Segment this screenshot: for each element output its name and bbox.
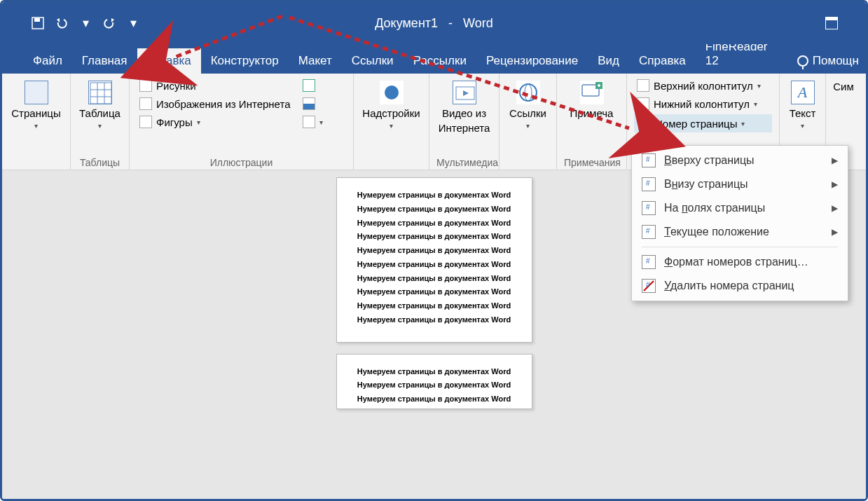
document-name: Документ1 bbox=[375, 16, 438, 30]
document-text-line: Нумеруем страницы в документах Word bbox=[351, 274, 518, 284]
group-links: Ссылки▾ bbox=[500, 74, 557, 170]
document-text-line: Нумеруем страницы в документах Word bbox=[351, 301, 518, 311]
submenu-arrow-icon: ▶ bbox=[832, 203, 838, 213]
tab-insert[interactable]: Вставка bbox=[137, 48, 201, 74]
chart-button[interactable] bbox=[300, 96, 326, 111]
group-media: Видео из Интернета Мультимедиа bbox=[429, 74, 500, 170]
smartart-icon bbox=[303, 79, 315, 92]
screenshot-icon bbox=[303, 116, 315, 128]
document-text-line: Нумеруем страницы в документах Word bbox=[351, 394, 518, 404]
screenshot-button[interactable]: ▾ bbox=[300, 114, 326, 130]
text-button[interactable]: A Текст▾ bbox=[787, 78, 818, 132]
document-text-line: Нумеруем страницы в документах Word bbox=[351, 205, 518, 214]
tab-help[interactable]: Справка bbox=[629, 48, 696, 74]
lightbulb-icon bbox=[797, 55, 808, 67]
online-pictures-icon bbox=[139, 97, 152, 110]
title-bar: ▾ ▾ Документ1 - Word bbox=[2, 2, 866, 44]
textbox-icon: A bbox=[791, 81, 815, 104]
submenu-arrow-icon: ▶ bbox=[832, 156, 838, 165]
chart-icon bbox=[303, 97, 315, 110]
group-pages: Страницы▾ bbox=[2, 74, 71, 170]
current-position-icon bbox=[642, 225, 656, 239]
document-text-line: Нумеруем страницы в документах Word bbox=[351, 380, 518, 390]
document-text-line: Нумеруем страницы в документах Word bbox=[351, 367, 518, 377]
document-text-line: Нумеруем страницы в документах Word bbox=[351, 315, 518, 325]
svg-rect-2 bbox=[90, 83, 111, 104]
document-page: Нумеруем страницы в документах WordНумер… bbox=[336, 177, 532, 343]
document-page: Нумеруем страницы в документах WordНумер… bbox=[336, 354, 532, 409]
header-icon bbox=[637, 79, 649, 92]
menu-page-margins[interactable]: На полях страницы ▶ bbox=[632, 196, 848, 220]
page-margins-icon bbox=[642, 201, 656, 215]
group-addins: Надстройки▾ bbox=[354, 74, 429, 170]
remove-numbers-icon bbox=[642, 279, 656, 293]
footer-icon bbox=[637, 97, 649, 110]
shapes-button[interactable]: Фигуры ▾ bbox=[137, 114, 293, 130]
bottom-of-page-icon bbox=[642, 177, 656, 191]
format-numbers-icon bbox=[642, 255, 656, 269]
top-of-page-icon bbox=[642, 153, 656, 167]
addins-button[interactable]: Надстройки▾ bbox=[361, 78, 422, 132]
tab-home[interactable]: Главная bbox=[72, 48, 137, 74]
document-text-line: Нумеруем страницы в документах Word bbox=[351, 287, 518, 297]
document-text-line: Нумеруем страницы в документах Word bbox=[351, 232, 518, 242]
menu-bottom-of-page[interactable]: Внизу страницы ▶ bbox=[632, 172, 848, 196]
menu-top-of-page[interactable]: Вверху страницы ▶ bbox=[632, 149, 848, 172]
page-number-menu: Вверху страницы ▶ Внизу страницы ▶ На по… bbox=[631, 145, 848, 301]
smartart-button[interactable] bbox=[300, 78, 326, 93]
menu-remove-page-numbers[interactable]: Удалить номера страниц bbox=[632, 274, 848, 298]
tab-layout[interactable]: Макет bbox=[289, 48, 342, 74]
menu-format-page-numbers[interactable]: Формат номеров страниц… bbox=[632, 250, 848, 274]
window-title: Документ1 - Word bbox=[375, 16, 493, 31]
tab-design[interactable]: Конструктор bbox=[201, 48, 289, 74]
tab-view[interactable]: Вид bbox=[588, 48, 629, 74]
document-text-line: Нумеруем страницы в документах Word bbox=[351, 219, 518, 228]
comment-button[interactable]: Примеча bbox=[564, 78, 619, 122]
table-button[interactable]: Таблица▾ bbox=[78, 78, 122, 132]
undo-dropdown-icon[interactable]: ▾ bbox=[78, 15, 93, 31]
document-text-line: Нумеруем страницы в документах Word bbox=[351, 260, 518, 270]
save-icon[interactable] bbox=[30, 15, 46, 31]
tell-me[interactable]: Помощн bbox=[790, 48, 866, 74]
picture-icon bbox=[139, 79, 152, 92]
online-video-button[interactable]: Видео из Интернета bbox=[436, 78, 492, 137]
tab-references[interactable]: Ссылки bbox=[342, 48, 404, 74]
shapes-icon bbox=[139, 116, 152, 128]
document-text-line: Нумеруем страницы в документах Word bbox=[351, 246, 518, 256]
document-text-line: Нумеруем страницы в документах Word bbox=[351, 191, 518, 200]
page-number-button[interactable]: Номер страницы ▾ bbox=[634, 114, 772, 132]
ribbon-tabs: Файл Главная Вставка Конструктор Макет С… bbox=[2, 44, 866, 74]
tab-mailings[interactable]: Рассылки bbox=[404, 48, 476, 74]
svg-line-15 bbox=[644, 281, 654, 291]
addins-icon bbox=[380, 81, 404, 104]
comment-icon bbox=[580, 81, 604, 104]
svg-point-10 bbox=[525, 84, 532, 101]
link-icon bbox=[516, 81, 540, 104]
tab-review[interactable]: Рецензирование bbox=[476, 48, 588, 74]
pages-button[interactable]: Страницы▾ bbox=[9, 78, 63, 132]
svg-point-7 bbox=[385, 85, 399, 99]
title-right bbox=[825, 17, 866, 29]
pictures-button[interactable]: Рисунки bbox=[137, 78, 293, 93]
app-name: Word bbox=[463, 16, 493, 30]
redo-icon[interactable] bbox=[102, 15, 117, 31]
header-button[interactable]: Верхний колонтитул ▾ bbox=[634, 78, 772, 93]
tell-me-label: Помощн bbox=[813, 54, 859, 68]
page-icon bbox=[25, 81, 48, 104]
links-button[interactable]: Ссылки▾ bbox=[507, 78, 549, 132]
table-icon bbox=[88, 81, 112, 104]
qat-customize-icon[interactable]: ▾ bbox=[125, 15, 141, 31]
svg-point-9 bbox=[520, 84, 537, 101]
undo-icon[interactable] bbox=[54, 15, 69, 31]
menu-current-position[interactable]: Текущее положение ▶ bbox=[632, 220, 848, 244]
tab-file[interactable]: Файл bbox=[23, 48, 72, 74]
symbols-button[interactable]: Сим bbox=[833, 78, 854, 95]
ribbon-display-icon[interactable] bbox=[825, 17, 838, 29]
video-icon bbox=[453, 81, 476, 104]
group-comments: Примеча Примечания bbox=[557, 74, 627, 170]
online-pictures-button[interactable]: Изображения из Интернета bbox=[137, 96, 293, 111]
page-number-icon bbox=[638, 117, 651, 130]
group-illustrations: Рисунки Изображения из Интернета Фигуры … bbox=[130, 74, 354, 170]
footer-button[interactable]: Нижний колонтитул ▾ bbox=[634, 96, 772, 111]
submenu-arrow-icon: ▶ bbox=[832, 227, 838, 237]
